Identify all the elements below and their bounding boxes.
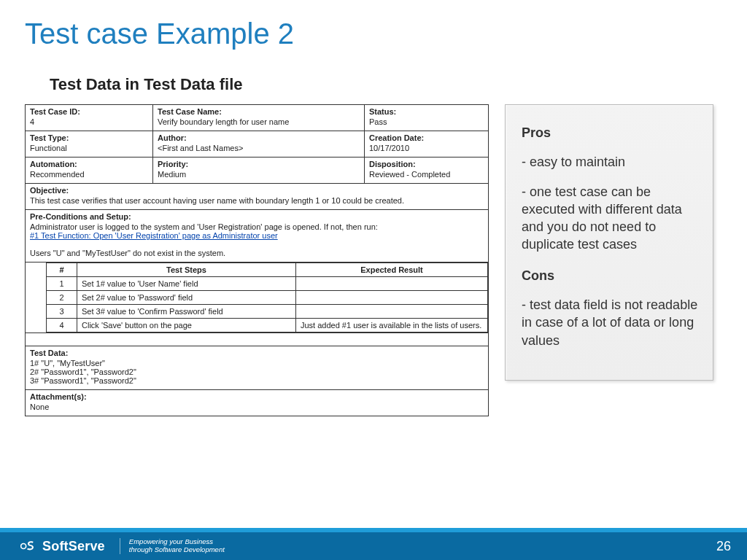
tc-testdata-l3: 3# "Password1", "Password2" bbox=[30, 376, 136, 385]
tc-disp-cell: Disposition: Reviewed - Completed bbox=[365, 158, 488, 184]
tc-precond-label: Pre-Conditions and Setup: bbox=[30, 212, 484, 221]
tc-id-label: Test Case ID: bbox=[30, 107, 148, 116]
tc-objective-row: Objective: This test case verifies that … bbox=[26, 184, 488, 210]
tc-id-value: 4 bbox=[30, 117, 34, 126]
brand-logo-icon bbox=[20, 539, 35, 553]
step-text: Set 2# value to 'Password' field bbox=[77, 291, 296, 305]
tc-auto-cell: Automation: Recommended bbox=[26, 158, 153, 184]
tc-steps-area: # Test Steps Expected Result 1 Set 1# va… bbox=[26, 262, 488, 333]
steps-col-steps: Test Steps bbox=[77, 263, 296, 277]
tc-auto-label: Automation: bbox=[30, 160, 148, 168]
tc-disp-label: Disposition: bbox=[369, 160, 484, 168]
slide-title: Test case Example 2 bbox=[0, 0, 747, 50]
tc-prio-label: Priority: bbox=[158, 160, 360, 168]
slide-subtitle: Test Data in Test Data file bbox=[0, 50, 747, 104]
tc-steps-table: # Test Steps Expected Result 1 Set 1# va… bbox=[46, 262, 488, 332]
tc-status-value: Pass bbox=[369, 117, 387, 126]
tc-testdata-row: Test Data: 1# "U", "MyTestUser" 2# "Pass… bbox=[26, 346, 488, 390]
tc-testdata-l2: 2# "Password1", "Password2" bbox=[30, 368, 136, 376]
step-result bbox=[296, 291, 488, 305]
testcase-panel: Test Case ID: 4 Test Case Name: Verify b… bbox=[25, 104, 489, 416]
step-num: 3 bbox=[47, 305, 77, 319]
tc-name-label: Test Case Name: bbox=[158, 107, 360, 116]
brand-name: SoftServe bbox=[42, 539, 105, 554]
tc-prio-value: Medium bbox=[158, 170, 186, 179]
step-text: Set 1# value to 'User Name' field bbox=[77, 277, 296, 291]
step-num: 1 bbox=[47, 277, 77, 291]
brand-area: SoftServe Empowering your Business throu… bbox=[20, 538, 225, 554]
page-number: 26 bbox=[716, 539, 731, 554]
tc-disp-value: Reviewed - Completed bbox=[369, 170, 450, 179]
tc-author-label: Author: bbox=[158, 133, 360, 142]
pros-cons-panel: Pros - easy to maintain - one test case … bbox=[505, 104, 713, 381]
tc-type-value: Functional bbox=[30, 144, 67, 152]
step-text: Click 'Save' button on the page bbox=[77, 319, 296, 332]
footer: SoftServe Empowering your Business throu… bbox=[0, 528, 747, 560]
tc-testdata-label: Test Data: bbox=[30, 349, 484, 357]
pros-item-2: - one test case can be executed with dif… bbox=[522, 183, 698, 254]
cons-item-1: - test data field is not readable in cas… bbox=[522, 296, 698, 349]
tc-auto-value: Recommended bbox=[30, 170, 85, 179]
step-num: 4 bbox=[47, 319, 77, 332]
tc-precond-link[interactable]: #1 Test Function: Open 'User Registratio… bbox=[30, 231, 278, 240]
tagline-line2: through Software Development bbox=[129, 546, 225, 554]
pros-item-1: - easy to maintain bbox=[522, 153, 698, 171]
tc-testdata-l1: 1# "U", "MyTestUser" bbox=[30, 359, 105, 368]
table-row: 1 Set 1# value to 'User Name' field bbox=[47, 277, 488, 291]
table-row: 4 Click 'Save' button on the page Just a… bbox=[47, 319, 488, 332]
step-text: Set 3# value to 'Confirm Password' field bbox=[77, 305, 296, 319]
tc-precond-line2: Users "U" and "MyTestUser" do not exist … bbox=[30, 249, 225, 257]
tc-status-cell: Status: Pass bbox=[365, 105, 488, 131]
tc-name-value: Verify boundary length for user name bbox=[158, 117, 289, 126]
step-num: 2 bbox=[47, 291, 77, 305]
tc-type-label: Test Type: bbox=[30, 133, 148, 142]
step-result bbox=[296, 277, 488, 291]
tc-author-value: <First and Last Names> bbox=[158, 144, 243, 152]
svg-point-0 bbox=[21, 544, 26, 549]
tc-cdate-label: Creation Date: bbox=[369, 133, 484, 142]
step-result: Just added #1 user is available in the l… bbox=[296, 319, 488, 332]
tc-attach-label: Attachment(s): bbox=[30, 392, 484, 401]
steps-col-num: # bbox=[47, 263, 77, 277]
brand-tagline: Empowering your Business through Softwar… bbox=[120, 538, 225, 554]
tc-precond-line1: Administrator user is logged to the syst… bbox=[30, 222, 378, 231]
cons-heading: Cons bbox=[522, 267, 698, 284]
table-row: 2 Set 2# value to 'Password' field bbox=[47, 291, 488, 305]
tc-cdate-value: 10/17/2010 bbox=[369, 144, 409, 152]
table-row: 3 Set 3# value to 'Confirm Password' fie… bbox=[47, 305, 488, 319]
tc-author-cell: Author: <First and Last Names> bbox=[153, 131, 365, 158]
pros-heading: Pros bbox=[522, 124, 698, 141]
tc-name-cell: Test Case Name: Verify boundary length f… bbox=[153, 105, 365, 131]
steps-col-result: Expected Result bbox=[296, 263, 488, 277]
tc-attach-value: None bbox=[30, 402, 49, 411]
tc-precond-row: Pre-Conditions and Setup: Administrator … bbox=[26, 210, 488, 262]
step-result bbox=[296, 305, 488, 319]
tc-objective-label: Objective: bbox=[30, 186, 484, 195]
tc-objective-value: This test case verifies that user accoun… bbox=[30, 196, 404, 205]
tc-prio-cell: Priority: Medium bbox=[153, 158, 365, 184]
tc-attach-row: Attachment(s): None bbox=[26, 390, 488, 416]
tc-gap-row bbox=[26, 333, 488, 346]
tc-status-label: Status: bbox=[369, 107, 484, 116]
tc-id-cell: Test Case ID: 4 bbox=[26, 105, 153, 131]
tc-type-cell: Test Type: Functional bbox=[26, 131, 153, 158]
tc-cdate-cell: Creation Date: 10/17/2010 bbox=[365, 131, 488, 158]
